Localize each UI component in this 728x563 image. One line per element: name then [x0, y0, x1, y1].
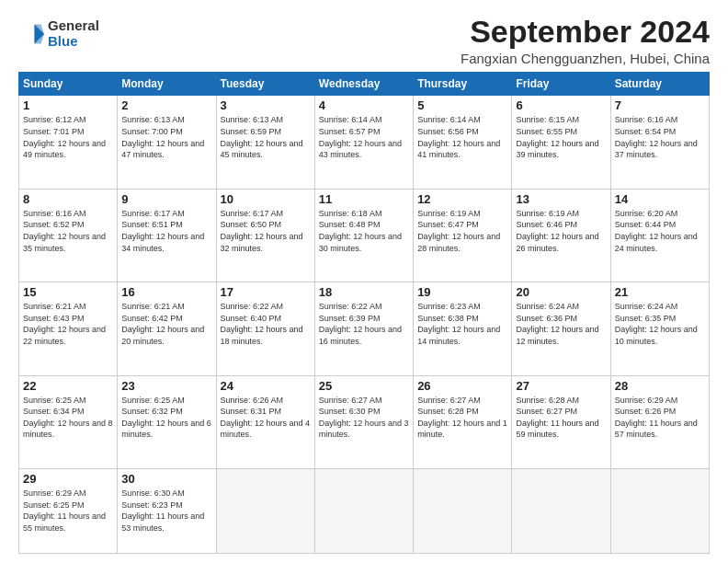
- day-number: 15: [23, 285, 113, 299]
- calendar-week-row: 29Sunrise: 6:29 AMSunset: 6:25 PMDayligh…: [19, 469, 710, 554]
- day-number: 24: [221, 379, 311, 393]
- calendar-day-cell: 24Sunrise: 6:26 AMSunset: 6:31 PMDayligh…: [216, 375, 314, 468]
- day-number: 6: [516, 98, 606, 112]
- calendar-title: September 2024: [461, 15, 710, 49]
- day-number: 18: [319, 285, 409, 299]
- day-info: Sunrise: 6:12 AMSunset: 7:01 PMDaylight:…: [23, 114, 113, 160]
- logo-text: General Blue: [48, 18, 99, 49]
- page: General Blue September 2024 Fangxian Che…: [0, 0, 728, 563]
- calendar-day-cell: 23Sunrise: 6:25 AMSunset: 6:32 PMDayligh…: [118, 375, 216, 468]
- day-number: 7: [615, 98, 705, 112]
- day-info: Sunrise: 6:25 AMSunset: 6:34 PMDaylight:…: [23, 395, 113, 441]
- calendar-day-cell: 4Sunrise: 6:14 AMSunset: 6:57 PMDaylight…: [314, 96, 413, 189]
- calendar-day-cell: [512, 469, 610, 554]
- day-number: 21: [615, 285, 705, 299]
- day-info: Sunrise: 6:18 AMSunset: 6:48 PMDaylight:…: [319, 208, 409, 254]
- day-number: 9: [121, 192, 211, 206]
- calendar-week-row: 15Sunrise: 6:21 AMSunset: 6:43 PMDayligh…: [19, 282, 710, 375]
- day-info: Sunrise: 6:24 AMSunset: 6:35 PMDaylight:…: [615, 301, 705, 347]
- calendar-day-cell: [216, 469, 314, 554]
- calendar-day-cell: 26Sunrise: 6:27 AMSunset: 6:28 PMDayligh…: [414, 375, 512, 468]
- calendar-day-cell: 29Sunrise: 6:29 AMSunset: 6:25 PMDayligh…: [19, 469, 118, 554]
- day-info: Sunrise: 6:14 AMSunset: 6:57 PMDaylight:…: [319, 114, 409, 160]
- calendar-day-cell: [314, 469, 413, 554]
- day-info: Sunrise: 6:27 AMSunset: 6:28 PMDaylight:…: [417, 395, 507, 441]
- calendar-day-cell: 1Sunrise: 6:12 AMSunset: 7:01 PMDaylight…: [19, 96, 118, 189]
- day-info: Sunrise: 6:24 AMSunset: 6:36 PMDaylight:…: [516, 301, 606, 347]
- calendar-day-cell: 6Sunrise: 6:15 AMSunset: 6:55 PMDaylight…: [512, 96, 610, 189]
- day-number: 16: [121, 285, 211, 299]
- day-number: 25: [319, 379, 409, 393]
- calendar-day-cell: 7Sunrise: 6:16 AMSunset: 6:54 PMDaylight…: [610, 96, 709, 189]
- col-friday: Friday: [512, 73, 610, 96]
- day-info: Sunrise: 6:15 AMSunset: 6:55 PMDaylight:…: [516, 114, 606, 160]
- day-info: Sunrise: 6:22 AMSunset: 6:40 PMDaylight:…: [221, 301, 311, 347]
- day-number: 27: [516, 379, 606, 393]
- calendar-day-cell: 10Sunrise: 6:17 AMSunset: 6:50 PMDayligh…: [216, 189, 314, 282]
- day-number: 5: [417, 98, 507, 112]
- calendar-week-row: 1Sunrise: 6:12 AMSunset: 7:01 PMDaylight…: [19, 96, 710, 189]
- day-info: Sunrise: 6:29 AMSunset: 6:25 PMDaylight:…: [23, 488, 113, 534]
- day-info: Sunrise: 6:29 AMSunset: 6:26 PMDaylight:…: [615, 395, 705, 441]
- day-info: Sunrise: 6:17 AMSunset: 6:51 PMDaylight:…: [121, 208, 211, 254]
- calendar-day-cell: 2Sunrise: 6:13 AMSunset: 7:00 PMDaylight…: [118, 96, 216, 189]
- calendar-day-cell: [414, 469, 512, 554]
- day-number: 17: [221, 285, 311, 299]
- logo-icon: [18, 21, 44, 47]
- col-tuesday: Tuesday: [216, 73, 314, 96]
- calendar-day-cell: 11Sunrise: 6:18 AMSunset: 6:48 PMDayligh…: [314, 189, 413, 282]
- day-number: 12: [417, 192, 507, 206]
- day-info: Sunrise: 6:30 AMSunset: 6:23 PMDaylight:…: [121, 488, 211, 534]
- calendar-day-cell: 13Sunrise: 6:19 AMSunset: 6:46 PMDayligh…: [512, 189, 610, 282]
- calendar-day-cell: 22Sunrise: 6:25 AMSunset: 6:34 PMDayligh…: [19, 375, 118, 468]
- day-number: 28: [615, 379, 705, 393]
- day-info: Sunrise: 6:20 AMSunset: 6:44 PMDaylight:…: [615, 208, 705, 254]
- day-number: 2: [121, 98, 211, 112]
- day-number: 29: [23, 472, 113, 486]
- calendar-day-cell: 20Sunrise: 6:24 AMSunset: 6:36 PMDayligh…: [512, 282, 610, 375]
- col-wednesday: Wednesday: [314, 73, 413, 96]
- day-info: Sunrise: 6:27 AMSunset: 6:30 PMDaylight:…: [319, 395, 409, 441]
- calendar-day-cell: 19Sunrise: 6:23 AMSunset: 6:38 PMDayligh…: [414, 282, 512, 375]
- day-info: Sunrise: 6:14 AMSunset: 6:56 PMDaylight:…: [417, 114, 507, 160]
- col-sunday: Sunday: [19, 73, 118, 96]
- day-info: Sunrise: 6:16 AMSunset: 6:54 PMDaylight:…: [615, 114, 705, 160]
- day-number: 19: [417, 285, 507, 299]
- calendar-day-cell: 12Sunrise: 6:19 AMSunset: 6:47 PMDayligh…: [414, 189, 512, 282]
- day-number: 26: [417, 379, 507, 393]
- calendar-day-cell: 5Sunrise: 6:14 AMSunset: 6:56 PMDaylight…: [414, 96, 512, 189]
- day-info: Sunrise: 6:19 AMSunset: 6:46 PMDaylight:…: [516, 208, 606, 254]
- col-monday: Monday: [118, 73, 216, 96]
- calendar-day-cell: 28Sunrise: 6:29 AMSunset: 6:26 PMDayligh…: [610, 375, 709, 468]
- day-info: Sunrise: 6:17 AMSunset: 6:50 PMDaylight:…: [221, 208, 311, 254]
- title-block: September 2024 Fangxian Chengguanzhen, H…: [461, 15, 710, 66]
- day-info: Sunrise: 6:13 AMSunset: 7:00 PMDaylight:…: [121, 114, 211, 160]
- calendar-day-cell: 17Sunrise: 6:22 AMSunset: 6:40 PMDayligh…: [216, 282, 314, 375]
- calendar-day-cell: 18Sunrise: 6:22 AMSunset: 6:39 PMDayligh…: [314, 282, 413, 375]
- logo-blue-text: Blue: [48, 34, 99, 50]
- day-info: Sunrise: 6:13 AMSunset: 6:59 PMDaylight:…: [221, 114, 311, 160]
- logo-general-text: General: [48, 18, 99, 34]
- calendar-day-cell: 15Sunrise: 6:21 AMSunset: 6:43 PMDayligh…: [19, 282, 118, 375]
- day-info: Sunrise: 6:28 AMSunset: 6:27 PMDaylight:…: [516, 395, 606, 441]
- day-number: 22: [23, 379, 113, 393]
- day-number: 11: [319, 192, 409, 206]
- day-info: Sunrise: 6:22 AMSunset: 6:39 PMDaylight:…: [319, 301, 409, 347]
- calendar-table: Sunday Monday Tuesday Wednesday Thursday…: [18, 72, 710, 554]
- day-number: 23: [121, 379, 211, 393]
- logo: General Blue: [18, 15, 99, 49]
- day-number: 13: [516, 192, 606, 206]
- calendar-location: Fangxian Chengguanzhen, Hubei, China: [461, 51, 710, 66]
- day-number: 30: [121, 472, 211, 486]
- calendar-header-row: Sunday Monday Tuesday Wednesday Thursday…: [19, 73, 710, 96]
- calendar-day-cell: 21Sunrise: 6:24 AMSunset: 6:35 PMDayligh…: [610, 282, 709, 375]
- calendar-day-cell: [610, 469, 709, 554]
- day-info: Sunrise: 6:19 AMSunset: 6:47 PMDaylight:…: [417, 208, 507, 254]
- col-saturday: Saturday: [610, 73, 709, 96]
- calendar-day-cell: 8Sunrise: 6:16 AMSunset: 6:52 PMDaylight…: [19, 189, 118, 282]
- calendar-day-cell: 16Sunrise: 6:21 AMSunset: 6:42 PMDayligh…: [118, 282, 216, 375]
- calendar-week-row: 22Sunrise: 6:25 AMSunset: 6:34 PMDayligh…: [19, 375, 710, 468]
- calendar-day-cell: 14Sunrise: 6:20 AMSunset: 6:44 PMDayligh…: [610, 189, 709, 282]
- day-number: 1: [23, 98, 113, 112]
- day-number: 20: [516, 285, 606, 299]
